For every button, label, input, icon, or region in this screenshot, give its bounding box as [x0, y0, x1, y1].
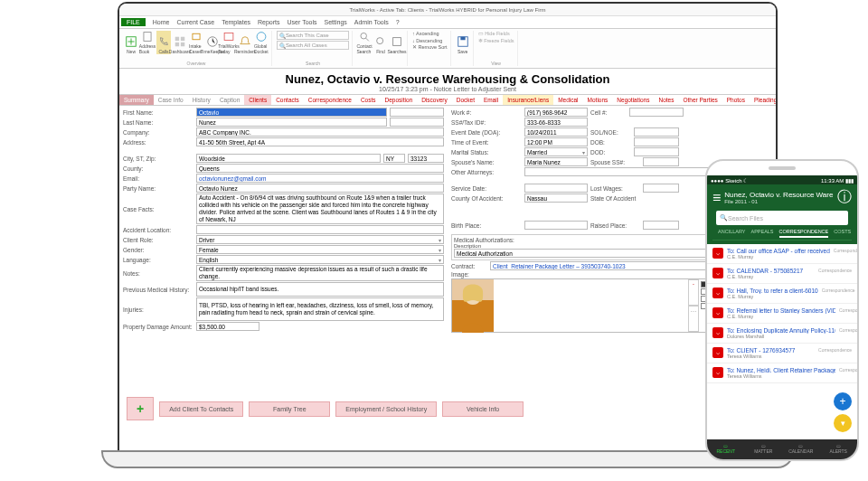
sort-asc[interactable]: ↑ Ascending	[412, 31, 448, 38]
sort-remove[interactable]: ✕ Remove Sort	[412, 44, 448, 52]
image-remove[interactable]: -	[688, 279, 699, 306]
phone-list-item[interactable]: ⌵To: Nunez, Heidi. Client Retainer Packa…	[707, 363, 857, 383]
raised-field[interactable]	[643, 221, 679, 230]
freeze-fields[interactable]: ❄ Freeze Fields	[478, 38, 514, 45]
ssn-field[interactable]: 333-66-8333	[524, 118, 588, 127]
globaldocket-icon[interactable]: Global Docket	[254, 31, 269, 54]
tab-email[interactable]: Email	[479, 95, 503, 105]
lost-wages-field[interactable]	[643, 184, 679, 193]
addressbook-icon[interactable]: Address Book	[140, 31, 155, 54]
tab-motions[interactable]: Motions	[583, 95, 613, 105]
address-field[interactable]: 41-50 56th Street, Apt 4A	[196, 137, 444, 146]
hide-fields[interactable]: ▭ Hide Fields	[478, 31, 514, 38]
search-all-cases[interactable]: 🔍 Search All Cases	[277, 41, 349, 50]
phone-search[interactable]: 🔍 Search Files	[716, 211, 848, 225]
gender-field[interactable]: Female	[196, 245, 444, 254]
tab-caption[interactable]: Caption	[215, 95, 244, 105]
first-name-extra[interactable]	[390, 108, 444, 117]
hamburger-icon[interactable]: ≡	[712, 190, 721, 206]
menu-reports[interactable]: Reports	[258, 19, 280, 25]
tab-other-parties[interactable]: Other Parties	[678, 95, 722, 105]
toe-field[interactable]: 12:00 PM	[524, 137, 588, 146]
dashboard-icon[interactable]: Dashboard	[173, 31, 187, 54]
tab-insurance[interactable]: Insurance/Liens	[503, 95, 553, 105]
menu-user-tools[interactable]: User Tools	[288, 19, 317, 25]
tab-case-info[interactable]: Case Info	[154, 95, 188, 105]
nav-matter[interactable]: ▭MATTER	[757, 443, 769, 456]
phone-list-item[interactable]: ⌵To: CALENDAR - 575085217C.E. MurrayCorr…	[707, 264, 857, 284]
image-add[interactable]: …	[688, 306, 699, 332]
contact-search-icon[interactable]: Contact Search	[357, 31, 372, 54]
find-icon[interactable]: Find	[373, 31, 388, 54]
county-field[interactable]: Queens	[196, 164, 444, 173]
dod-field[interactable]	[634, 147, 679, 156]
injuries-field[interactable]: TBI, PTSD, loss of hearing in left ear, …	[196, 297, 444, 321]
employment-button[interactable]: Employment / School History	[335, 401, 437, 417]
tab-photos[interactable]: Photos	[722, 95, 750, 105]
search-this-case[interactable]: 🔍 Search This Case	[277, 31, 349, 40]
tab-deposition[interactable]: Deposition	[381, 95, 418, 105]
tab-contacts[interactable]: Contacts	[271, 95, 304, 105]
svc-date-field[interactable]	[524, 184, 588, 193]
tab-correspondence[interactable]: Correspondence	[304, 95, 356, 105]
menu-home[interactable]: Home	[153, 19, 170, 25]
sort-desc[interactable]: ↓ Descending	[412, 38, 448, 45]
add-client-contacts-button[interactable]: Add Client To Contacts	[159, 401, 243, 417]
client-role-field[interactable]: Driver	[196, 235, 444, 244]
phone-tab-appeals[interactable]: APPEALS	[750, 229, 773, 238]
reminders-icon[interactable]: Reminders	[238, 31, 252, 54]
add-new-client[interactable]: +	[127, 397, 154, 420]
menu-help[interactable]: ?	[396, 19, 400, 25]
last-name-extra[interactable]	[390, 118, 444, 127]
phone-list-item[interactable]: ⌵To: Referral letter to Stanley Sanders …	[707, 304, 857, 324]
work-field[interactable]: (917) 968-9642	[524, 108, 588, 117]
first-name-field[interactable]: Octavio	[196, 108, 387, 117]
tab-docket[interactable]: Docket	[452, 95, 479, 105]
phone-list-item[interactable]: ⌵To: Hall, Troy. to refer a client-6010C…	[707, 284, 857, 304]
company-field[interactable]: ABC Company INC.	[196, 127, 444, 137]
tab-negotiations[interactable]: Negotiations	[612, 95, 654, 105]
menu-templates[interactable]: Templates	[222, 19, 250, 25]
phone-tab-ancillary[interactable]: ANCILLARY	[718, 229, 745, 238]
phone-list-item[interactable]: ⌵To: Enclosing Duplicate Annuity Policy-…	[707, 324, 857, 344]
menu-current-case[interactable]: Current Case	[176, 19, 214, 25]
family-tree-button[interactable]: Family Tree	[249, 401, 330, 417]
save-icon[interactable]: Save	[456, 31, 470, 54]
marital-field[interactable]: Married	[524, 147, 588, 156]
case-facts-field[interactable]: Auto Accident - On 8/6/94 clt was drivin…	[196, 193, 444, 224]
tab-medical[interactable]: Medical	[553, 95, 582, 105]
dob-field[interactable]	[634, 137, 679, 146]
nav-recent[interactable]: ▭RECENT	[720, 443, 732, 456]
spouse-ssn-field[interactable]	[643, 157, 679, 166]
tab-clients[interactable]: Clients	[244, 95, 271, 105]
searches-icon[interactable]: Searches	[390, 31, 404, 54]
cell-field[interactable]	[629, 108, 684, 117]
phone-list-item[interactable]: ⌵To: CLIENT - 1276934577Teresa WilliamsC…	[707, 344, 857, 363]
language-field[interactable]: English	[196, 255, 444, 264]
state-field[interactable]: NY	[383, 154, 405, 163]
pmh-field[interactable]: Occasional hip/IT band issues.	[196, 282, 444, 297]
zip-field[interactable]: 33123	[408, 154, 444, 163]
new-icon[interactable]: New	[124, 31, 138, 54]
last-name-field[interactable]: Nunez	[196, 118, 387, 127]
party-name-field[interactable]: Octavio Nunez	[196, 184, 444, 193]
tab-costs[interactable]: Costs	[356, 95, 381, 105]
nav-alerts[interactable]: ▭ALERTS	[832, 443, 844, 456]
email-field[interactable]: octavionunez@gmail.com	[196, 174, 444, 183]
doa-field[interactable]: 10/24/2011	[524, 127, 588, 137]
city-field[interactable]: Woodside	[196, 154, 381, 163]
vehicle-info-button[interactable]: Vehicle Info	[442, 401, 524, 417]
menu-admin-tools[interactable]: Admin Tools	[354, 19, 389, 25]
info-icon[interactable]: ⓘ	[837, 188, 852, 207]
tab-discovery[interactable]: Discovery	[417, 95, 452, 105]
phone-tab-correspondence[interactable]: CORRESPONDENCE	[779, 229, 829, 238]
tab-history[interactable]: History	[188, 95, 215, 105]
notes-field[interactable]: Client currently experiencing massive de…	[196, 265, 444, 281]
tab-pleadings[interactable]: Pleadings	[750, 95, 776, 105]
tab-summary[interactable]: Summary	[119, 95, 154, 105]
prop-dmg-field[interactable]: $3,500.00	[196, 322, 259, 331]
fab-filter[interactable]: ▾	[834, 414, 852, 432]
county-acc-field[interactable]: Nassau	[524, 193, 588, 203]
file-menu[interactable]: FILE	[121, 18, 146, 26]
phone-list-item[interactable]: ⌵To: Call our office ASAP - offer receiv…	[707, 244, 857, 264]
